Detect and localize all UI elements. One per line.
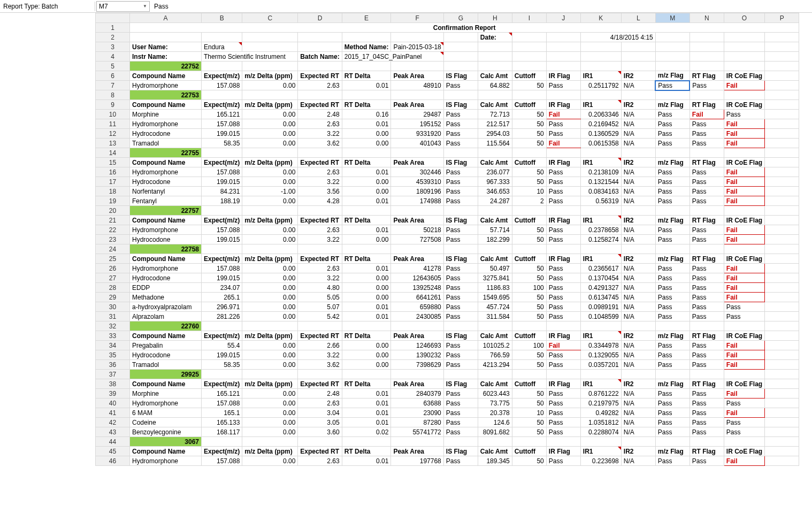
- cell[interactable]: Pass: [443, 293, 478, 302]
- cell[interactable]: 64.882: [478, 81, 512, 90]
- cell[interactable]: N/A: [621, 110, 655, 119]
- row-header[interactable]: 24: [96, 244, 130, 254]
- cell[interactable]: Fail: [546, 139, 580, 148]
- cell[interactable]: [580, 437, 621, 447]
- cell[interactable]: [580, 42, 621, 52]
- cell[interactable]: Pass: [724, 110, 764, 119]
- cell[interactable]: [765, 71, 799, 81]
- cell[interactable]: IR CoE Flag: [724, 331, 764, 341]
- cell[interactable]: [765, 42, 799, 52]
- cell[interactable]: 659880: [391, 302, 443, 312]
- cell[interactable]: [724, 244, 764, 254]
- cell[interactable]: Pass: [443, 196, 478, 206]
- cell[interactable]: 0.02: [342, 427, 391, 437]
- cell[interactable]: 24.287: [478, 196, 512, 206]
- cell[interactable]: Fail: [724, 283, 764, 293]
- cell[interactable]: [546, 437, 580, 447]
- cell[interactable]: Pass: [443, 110, 478, 119]
- cell[interactable]: Compound Name: [130, 100, 202, 110]
- cell[interactable]: Pass: [690, 177, 724, 187]
- cell[interactable]: [765, 273, 799, 283]
- cell[interactable]: Pass: [546, 418, 580, 427]
- cell[interactable]: 87280: [391, 418, 443, 427]
- cell[interactable]: 3.22: [298, 177, 342, 187]
- cell[interactable]: Tramadol: [130, 360, 202, 370]
- cell[interactable]: Pass: [546, 235, 580, 244]
- cell[interactable]: 0.01: [342, 167, 391, 177]
- cell[interactable]: N/A: [621, 341, 655, 350]
- cell[interactable]: [690, 62, 724, 71]
- cell[interactable]: [765, 167, 799, 177]
- cell[interactable]: N/A: [621, 167, 655, 177]
- cell[interactable]: 50: [512, 177, 546, 187]
- cell[interactable]: Pass: [690, 167, 724, 177]
- cell[interactable]: Pass: [546, 312, 580, 321]
- row-header[interactable]: 31: [96, 312, 130, 321]
- cell[interactable]: RT Flag: [690, 158, 724, 167]
- cell[interactable]: [342, 206, 391, 216]
- cell[interactable]: Pass: [546, 283, 580, 293]
- col-header-K[interactable]: K: [580, 13, 621, 23]
- cell[interactable]: Fail: [724, 129, 764, 139]
- cell[interactable]: Cuttoff: [512, 216, 546, 225]
- cell[interactable]: [242, 33, 298, 42]
- cell[interactable]: Expect(m/z): [202, 379, 242, 389]
- col-header-D[interactable]: D: [298, 13, 342, 23]
- cell[interactable]: [724, 33, 764, 42]
- row-header[interactable]: 7: [96, 81, 130, 90]
- cell[interactable]: [342, 437, 391, 447]
- cell[interactable]: 3.56: [298, 187, 342, 196]
- cell[interactable]: [342, 321, 391, 331]
- cell[interactable]: 22752: [130, 62, 202, 71]
- cell[interactable]: 3.22: [298, 273, 342, 283]
- cell[interactable]: 0.2365617: [580, 264, 621, 273]
- cell[interactable]: 10: [512, 408, 546, 418]
- col-header-corner[interactable]: [96, 13, 130, 23]
- cell[interactable]: Fail: [724, 408, 764, 418]
- cell[interactable]: [546, 52, 580, 62]
- cell[interactable]: RT Flag: [690, 216, 724, 225]
- cell[interactable]: 165.121: [202, 110, 242, 119]
- cell[interactable]: Peak Area: [391, 447, 443, 456]
- cell[interactable]: Fail: [724, 264, 764, 273]
- row-header[interactable]: 32: [96, 321, 130, 331]
- cell[interactable]: 199.015: [202, 350, 242, 360]
- cell[interactable]: Pass: [546, 456, 580, 466]
- cell[interactable]: Expected RT: [298, 216, 342, 225]
- cell[interactable]: 58.35: [202, 139, 242, 148]
- row-header[interactable]: 10: [96, 110, 130, 119]
- cell[interactable]: 157.088: [202, 456, 242, 466]
- cell[interactable]: 0.00: [342, 177, 391, 187]
- cell[interactable]: Fail: [724, 235, 764, 244]
- cell[interactable]: Pass: [546, 360, 580, 370]
- cell[interactable]: [242, 62, 298, 71]
- cell[interactable]: [298, 321, 342, 331]
- cell[interactable]: 50: [512, 110, 546, 119]
- cell[interactable]: 0.00: [242, 81, 298, 90]
- cell[interactable]: Pass: [443, 283, 478, 293]
- cell[interactable]: Hydrocodone: [130, 350, 202, 360]
- cell[interactable]: Compound Name: [130, 447, 202, 456]
- cell[interactable]: N/A: [621, 119, 655, 129]
- cell[interactable]: 3067: [130, 437, 202, 447]
- cell[interactable]: N/A: [621, 273, 655, 283]
- cell[interactable]: 0.00: [242, 389, 298, 399]
- cell[interactable]: 57.714: [478, 225, 512, 235]
- cell[interactable]: Pass: [655, 283, 690, 293]
- cell[interactable]: 302446: [391, 167, 443, 177]
- cell[interactable]: m/z Delta (ppm): [242, 331, 298, 341]
- cell[interactable]: Cuttoff: [512, 254, 546, 264]
- cell[interactable]: Hydromorphone: [130, 399, 202, 408]
- cell[interactable]: 50: [512, 456, 546, 466]
- cell[interactable]: [443, 148, 478, 158]
- row-header[interactable]: 19: [96, 196, 130, 206]
- cell[interactable]: m/z Flag: [655, 71, 690, 81]
- cell[interactable]: m/z Flag: [655, 100, 690, 110]
- cell[interactable]: [478, 321, 512, 331]
- cell[interactable]: Expected RT: [298, 71, 342, 81]
- cell[interactable]: [765, 360, 799, 370]
- cell[interactable]: IR1: [580, 254, 621, 264]
- cell[interactable]: [298, 33, 342, 42]
- cell[interactable]: 7398629: [391, 360, 443, 370]
- row-header[interactable]: 27: [96, 273, 130, 283]
